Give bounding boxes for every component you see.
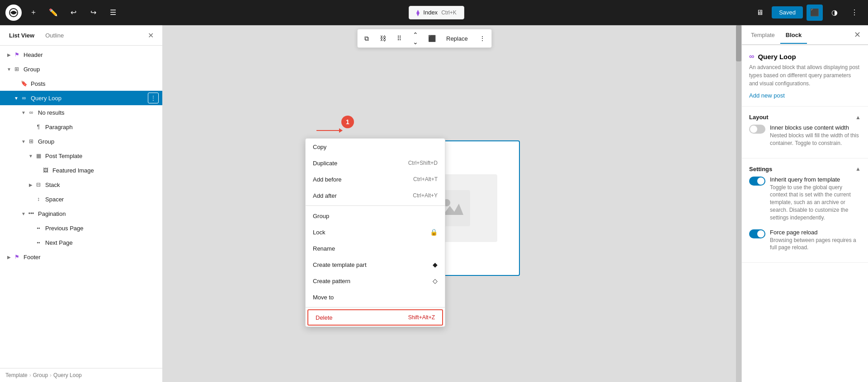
copy-block-button[interactable]: ⧉ [359, 31, 374, 46]
drag-handle-button[interactable]: ⠿ [392, 31, 406, 46]
layout-section: Layout ▲ Inner blocks use content width … [742, 107, 868, 158]
context-menu-add-before[interactable]: Add before Ctrl+Alt+T [306, 171, 445, 187]
tree-item-query-loop[interactable]: ▼ ∞ Query Loop ⋮ [0, 91, 162, 105]
tree-item-group1[interactable]: ▼ ⊞ Group [0, 62, 162, 76]
wp-logo-button[interactable] [5, 5, 22, 21]
breadcrumb-group[interactable]: Group [33, 372, 48, 378]
replace-button[interactable]: Replace [441, 31, 473, 46]
main-area: List View Outline ✕ ▶ ⚑ Header ▼ ⊞ Group [0, 25, 868, 382]
inner-blocks-toggle-desc: Nested blocks will fill the width of thi… [770, 132, 861, 147]
context-menu-copy[interactable]: Copy [306, 139, 445, 155]
context-menu-lock-label: Lock [313, 229, 430, 236]
next-page-chevron-icon [27, 239, 34, 246]
stack-chevron-icon: ▶ [27, 181, 34, 188]
inherit-query-toggle-desc: Toggle to use the global query context t… [770, 184, 861, 222]
breadcrumb-template[interactable]: Template [5, 372, 28, 378]
tree-item-stack[interactable]: ▶ ⊟ Stack [0, 177, 162, 192]
tab-outline[interactable]: Outline [42, 30, 67, 41]
tree-item-prev-page[interactable]: •• Previous Page [0, 221, 162, 235]
panel-close-button[interactable]: ✕ [144, 29, 157, 42]
tree-item-posts[interactable]: 🔖 Posts [0, 76, 162, 91]
right-panel-close-button[interactable]: ✕ [850, 28, 864, 42]
tree-item-next-page[interactable]: •• Next Page [0, 235, 162, 250]
header-chevron-icon: ▶ [5, 51, 13, 58]
link-block-button[interactable]: ⛓ [376, 31, 390, 46]
group1-icon: ⊞ [13, 65, 21, 73]
context-menu-lock[interactable]: Lock 🔒 [306, 224, 445, 240]
context-menu-create-template-part[interactable]: Create template part ◆ [306, 256, 445, 273]
pagination-label: Pagination [38, 210, 159, 217]
featured-image-chevron-icon [34, 167, 42, 174]
add-new-post-link[interactable]: Add new post [749, 92, 785, 99]
index-label: Index [423, 9, 438, 16]
options-button[interactable]: ⋮ [846, 5, 863, 21]
top-toolbar: ＋ ✏️ ↩ ↪ ☰ ⧫ Index Ctrl+K 🖥 Saved ⬛ ◑ ⋮ [0, 0, 868, 25]
context-menu-rename[interactable]: Rename [306, 240, 445, 256]
post-template-chevron-icon: ▼ [27, 152, 34, 159]
inner-blocks-toggle[interactable] [749, 125, 765, 134]
tree-item-spacer[interactable]: ↕ Spacer [0, 192, 162, 206]
context-menu-group[interactable]: Group [306, 208, 445, 224]
tools-button[interactable]: ✏️ [45, 5, 61, 21]
right-panel-tabs: Template Block ✕ [742, 25, 868, 45]
center-toolbar: ⧫ Index Ctrl+K [125, 6, 748, 19]
context-menu-add-after[interactable]: Add after Ctrl+Alt+Y [306, 187, 445, 204]
tab-template[interactable]: Template [745, 27, 780, 44]
sidebar-toggle-button[interactable]: ⬛ [807, 5, 823, 21]
tree-item-pagination[interactable]: ▼ ••• Pagination [0, 206, 162, 221]
context-menu-group-label: Group [313, 213, 438, 219]
inherit-query-toggle[interactable] [749, 177, 765, 186]
tab-block[interactable]: Block [780, 27, 807, 44]
group1-chevron-icon: ▼ [5, 65, 13, 73]
tree-item-no-results[interactable]: ▼ ∞ No results [0, 105, 162, 120]
canvas-scrollbar-thumb[interactable] [736, 25, 741, 61]
context-menu-create-pattern[interactable]: Create pattern ◇ [306, 273, 445, 289]
saved-button[interactable]: Saved [772, 6, 803, 19]
annotation-badge-1: 1 [341, 116, 354, 128]
breadcrumb-query-loop[interactable]: Query Loop [53, 372, 82, 378]
tree-item-footer[interactable]: ▶ ⚑ Footer [0, 250, 162, 264]
breadcrumb-sep-1: › [29, 372, 31, 378]
inherit-query-toggle-label: Inherit query from template [770, 176, 861, 183]
tab-list-view[interactable]: List View [5, 30, 38, 41]
context-menu-delete[interactable]: Delete Shift+Alt+Z [307, 309, 443, 326]
tree-item-group2[interactable]: ▼ ⊞ Group [0, 134, 162, 149]
paragraph-chevron-icon [27, 123, 34, 130]
query-loop-menu-button[interactable]: ⋮ [148, 93, 159, 103]
tree-item-featured-image[interactable]: 🖼 Featured Image [0, 163, 162, 177]
inherit-query-toggle-row: Inherit query from template Toggle to us… [749, 176, 861, 222]
block-name-row: ∞ Query Loop [749, 52, 861, 61]
query-loop-label: Query Loop [31, 95, 148, 102]
context-menu-copy-label: Copy [313, 144, 438, 150]
inner-blocks-toggle-text: Inner blocks use content width Nested bl… [770, 124, 861, 147]
more-block-options[interactable]: ⋮ [475, 31, 490, 46]
context-menu-move-to-label: Move to [313, 294, 438, 301]
desktop-view-button[interactable]: 🖥 [752, 5, 768, 21]
layout-collapse-button[interactable]: ▲ [855, 114, 861, 121]
tree-item-paragraph[interactable]: ¶ Paragraph [0, 120, 162, 134]
index-button[interactable]: ⧫ Index Ctrl+K [409, 6, 464, 19]
add-block-button[interactable]: ＋ [25, 5, 42, 21]
align-button[interactable]: ⬛ [425, 31, 439, 46]
tree-item-post-template[interactable]: ▼ ▦ Post Template [0, 149, 162, 163]
force-reload-toggle-row: Force page reload Browsing between pages… [749, 229, 861, 252]
spacer-label: Spacer [45, 196, 159, 203]
settings-collapse-button[interactable]: ▲ [855, 166, 861, 172]
force-reload-toggle[interactable] [749, 229, 765, 238]
featured-image-icon: 🖼 [42, 166, 50, 174]
canvas-scrollbar[interactable] [736, 25, 741, 382]
contrast-button[interactable]: ◑ [826, 5, 843, 21]
force-reload-toggle-desc: Browsing between pages requires a full p… [770, 237, 861, 252]
context-menu: Copy Duplicate Ctrl+Shift+D Add before C… [305, 138, 445, 327]
undo-button[interactable]: ↩ [65, 5, 81, 21]
context-menu-delete-shortcut: Shift+Alt+Z [408, 314, 435, 321]
no-results-icon: ∞ [27, 108, 35, 116]
block-name-label: Query Loop [758, 53, 796, 61]
context-menu-duplicate[interactable]: Duplicate Ctrl+Shift+D [306, 155, 445, 171]
move-up-down-button[interactable]: ⌃⌄ [408, 31, 423, 46]
context-menu-move-to[interactable]: Move to [306, 289, 445, 305]
tree-item-header[interactable]: ▶ ⚑ Header [0, 47, 162, 62]
list-view-button[interactable]: ☰ [105, 5, 121, 21]
context-menu-create-pattern-icon: ◇ [433, 277, 438, 284]
redo-button[interactable]: ↪ [85, 5, 101, 21]
